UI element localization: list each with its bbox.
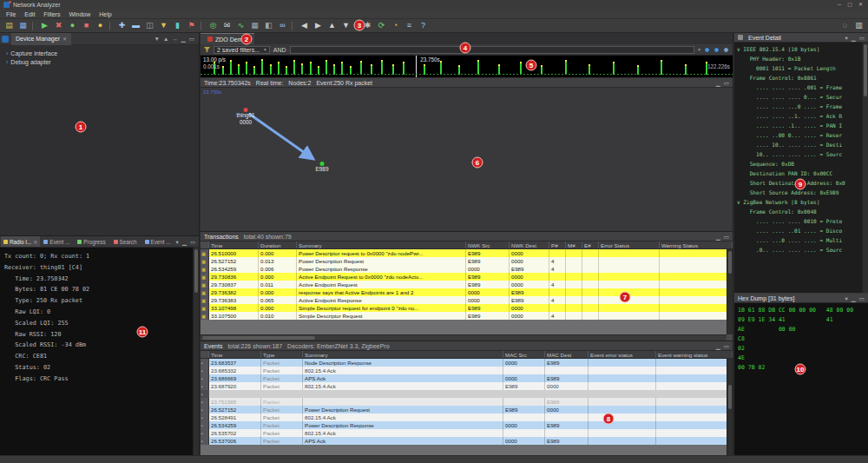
column-header[interactable]: Warning Status	[660, 241, 733, 248]
nodes-view-icon[interactable]: ◎	[207, 19, 220, 32]
view-tab[interactable]: Progress	[75, 236, 109, 248]
zoom-in-icon[interactable]: ✚	[115, 19, 128, 32]
chart-view-icon[interactable]: ∿	[234, 19, 247, 32]
menu-item[interactable]: Edit	[20, 11, 39, 17]
menu-item[interactable]: Window	[64, 11, 95, 17]
scroll-up-icon[interactable]: ▲	[326, 19, 339, 32]
minimize-icon[interactable]: ▁	[852, 32, 856, 43]
close-icon[interactable]: ✕	[33, 239, 37, 245]
scrollbar[interactable]	[727, 249, 733, 334]
stop-capture-icon[interactable]: ■	[80, 19, 93, 32]
column-header[interactable]: MAC Src	[503, 351, 545, 358]
minimize-icon[interactable]: ▁	[181, 33, 186, 44]
clear-filter-button[interactable]	[723, 47, 729, 53]
transaction-row[interactable]: 33.107500 0.010 Simple Descriptor Reques…	[201, 312, 733, 320]
event-row[interactable]: 26.528491 Packet 802.15.4 Ack	[201, 413, 733, 421]
minimize-icon[interactable]: ▁	[716, 231, 720, 242]
connect-icon[interactable]: ▶	[38, 19, 51, 32]
sort-icon[interactable]: ▼	[154, 33, 159, 44]
menu-item[interactable]: Help	[95, 11, 115, 17]
view-tab[interactable]: Search	[111, 236, 141, 248]
zoom-out-icon[interactable]: ▬	[129, 19, 142, 32]
timeline[interactable]: 13.00 p/s 0.001s 23.750s 122.226s	[201, 56, 733, 78]
minimize-icon[interactable]: ▁	[182, 236, 187, 248]
split-view-icon[interactable]: ◧	[262, 19, 275, 32]
transaction-row[interactable]: 26.527152 0.013 Power Description Reques…	[201, 257, 733, 265]
perspective-icon[interactable]: ▥	[852, 19, 865, 32]
sep-4[interactable]	[292, 22, 295, 30]
saved-filters-dropdown[interactable]: 2 saved filters... ▾	[214, 46, 270, 54]
apply-filter-button[interactable]	[704, 47, 710, 53]
open-capture-file-icon[interactable]: ▤	[3, 19, 16, 32]
sep-3[interactable]	[201, 22, 204, 30]
event-row[interactable]: 23.687920 Packet 802.15.4 Ack E989 0000	[201, 382, 733, 390]
maximize-icon[interactable]: ▭	[859, 32, 865, 43]
view-menu-icon[interactable]: ▾	[176, 236, 179, 248]
event-row[interactable]: 23.685332 Packet 802.15.4 Ack	[201, 367, 733, 374]
column-header[interactable]: Time	[209, 351, 261, 358]
menu-item[interactable]: Filters	[39, 11, 64, 17]
maximize-icon[interactable]: ▭	[189, 33, 194, 44]
fit-window-icon[interactable]: ◫	[143, 19, 156, 32]
live-filter-button[interactable]	[713, 47, 720, 53]
maximize-icon[interactable]: ▭	[859, 293, 865, 304]
layers-icon[interactable]: ≡	[403, 19, 416, 32]
maximize-icon[interactable]: ▭	[190, 236, 195, 248]
scrollbar[interactable]	[862, 43, 868, 293]
sep-2[interactable]	[109, 22, 113, 30]
search-icon[interactable]: ◌	[838, 19, 852, 32]
flag-icon[interactable]: ⚑	[185, 19, 198, 32]
minimize-icon[interactable]: ▁	[716, 77, 720, 89]
minimize-icon[interactable]: ▁	[716, 341, 720, 352]
column-header[interactable]: M#	[566, 241, 582, 248]
filter-expression-input[interactable]	[290, 46, 695, 54]
refresh-icon[interactable]: ⟳	[375, 19, 388, 32]
transaction-row[interactable]: 26.510000 0.000 Power Descriptor request…	[201, 249, 733, 257]
column-header[interactable]: MAC Dest	[545, 351, 589, 358]
close-icon[interactable]: ✕	[62, 36, 67, 42]
column-header[interactable]: NWK Src	[466, 241, 510, 248]
scrollbar[interactable]	[727, 359, 733, 455]
map-node[interactable]: thing01 0000	[237, 108, 255, 125]
network-map[interactable]: 23.750s thing01 0000	[201, 88, 733, 231]
minimize-button[interactable]: ─	[838, 0, 841, 10]
view-menu-icon[interactable]: ▾	[845, 32, 848, 43]
next-event-icon[interactable]: ▶	[312, 19, 325, 32]
table-view-icon[interactable]: ▦	[248, 19, 261, 32]
transaction-row[interactable]: 29.730836 0.000 Active Endpoint Request …	[201, 273, 733, 281]
column-header[interactable]: P#	[549, 241, 566, 248]
menu-item[interactable]: File	[2, 11, 20, 17]
view-tab[interactable]: Radio I... ✕	[1, 236, 40, 248]
event-row[interactable]: 26.535702 Packet 802.15.4 Ack	[201, 429, 733, 437]
view-menu-icon[interactable]: ▾	[845, 293, 848, 304]
transaction-row[interactable]: 26.534259 0.006 Power Description Respon…	[201, 265, 733, 273]
event-row[interactable]: 23.751585 Packet E989	[201, 398, 733, 406]
event-row[interactable]: 23.683537 Packet Node Description Respon…	[201, 359, 733, 367]
maximize-icon[interactable]: ▭	[724, 341, 729, 352]
hex-dump-content[interactable]: 1B 61 88 DB CC 00 00 00 48 00 00 09 E9 1…	[734, 303, 868, 455]
sep-1[interactable]	[32, 22, 36, 30]
timeline-cursor[interactable]	[416, 56, 417, 77]
column-header[interactable]: Event warning status	[656, 351, 733, 358]
column-header[interactable]: E#	[582, 241, 599, 248]
tree-item[interactable]: Capture interface	[0, 49, 199, 57]
tab-device-manager[interactable]: Device Manager ✕	[11, 33, 71, 45]
scroll-down-icon[interactable]: ▼	[339, 19, 352, 32]
event-row[interactable]	[201, 390, 733, 398]
column-header[interactable]: Error Status	[599, 241, 660, 248]
save-icon[interactable]: ▦	[16, 19, 30, 32]
collapse-all-icon[interactable]: ▲	[163, 33, 168, 44]
event-row[interactable]: 26.534259 Packet Power Description Respo…	[201, 421, 733, 429]
filter-icon[interactable]: ▼	[157, 19, 170, 32]
start-capture-icon[interactable]: ●	[66, 19, 79, 32]
scrollbar[interactable]	[193, 248, 199, 455]
link-editor-icon[interactable]: ∞	[276, 19, 289, 32]
bookmark-icon[interactable]: ▮	[171, 19, 184, 32]
view-tab[interactable]: Event ...	[142, 236, 175, 248]
event-detail-tree[interactable]: ∨ IEEE 802.15.4 [10 bytes] PHY Header: 0…	[734, 43, 868, 293]
transaction-row[interactable]: 33.107498 0.000 Simple Descriptor reques…	[201, 304, 733, 312]
disconnect-icon[interactable]: ✖	[52, 19, 65, 32]
tree-item[interactable]: Debug adapter	[0, 57, 199, 66]
close-button[interactable]: ✕	[858, 0, 863, 10]
previous-event-icon[interactable]: ◀	[298, 19, 311, 32]
